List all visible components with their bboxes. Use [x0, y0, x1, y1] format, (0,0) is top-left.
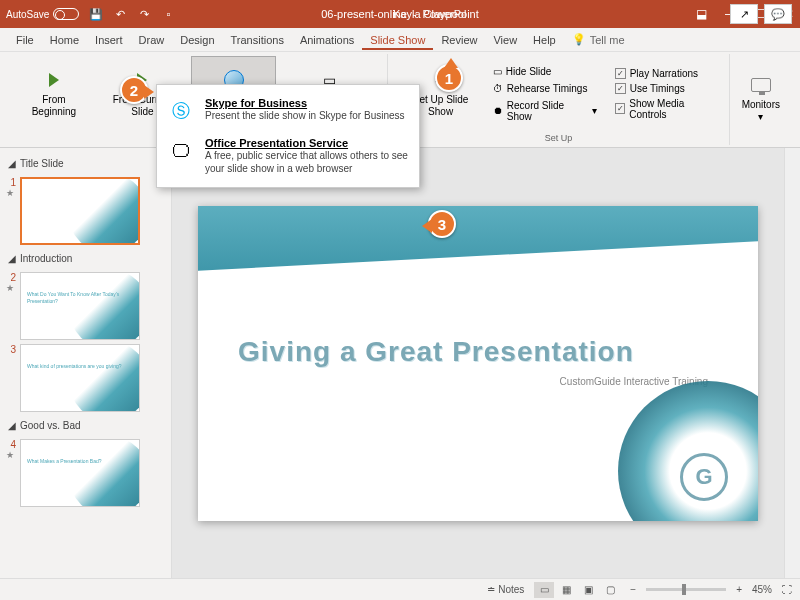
- slideshow-view-button[interactable]: ▢: [600, 582, 620, 598]
- zoom-slider[interactable]: [646, 588, 726, 591]
- play-narrations-checkbox[interactable]: ✓Play Narrations: [613, 67, 723, 80]
- section-header[interactable]: ◢ Title Slide: [6, 154, 165, 173]
- tell-me-search[interactable]: 💡 Tell me: [572, 33, 625, 46]
- section-header[interactable]: ◢ Good vs. Bad: [6, 416, 165, 435]
- record-slide-show-button[interactable]: ⏺Record Slide Show ▾: [489, 98, 601, 124]
- from-beginning-button[interactable]: From Beginning: [14, 56, 94, 131]
- save-icon[interactable]: 💾: [89, 7, 103, 21]
- slide-thumbnail[interactable]: What Makes a Presentation Bad?: [20, 439, 140, 507]
- show-media-controls-checkbox[interactable]: ✓Show Media Controls: [613, 97, 723, 121]
- menu-bar: File Home Insert Draw Design Transitions…: [0, 28, 800, 52]
- callout-marker: 1: [435, 64, 463, 92]
- group-label: Set Up: [545, 131, 573, 143]
- use-timings-checkbox[interactable]: ✓Use Timings: [613, 82, 723, 95]
- slide-corner-graphic: [618, 381, 758, 521]
- title-bar: AutoSave 💾 ↶ ↷ ▫ 06-present-online - Pow…: [0, 0, 800, 28]
- zoom-in-button[interactable]: +: [736, 584, 742, 595]
- play-icon: [49, 73, 59, 87]
- share-button[interactable]: ↗: [730, 4, 758, 24]
- redo-icon[interactable]: ↷: [137, 7, 151, 21]
- office-presentation-service-option[interactable]: 🖵 Office Presentation Service A free, pu…: [157, 131, 419, 181]
- tab-insert[interactable]: Insert: [87, 30, 131, 50]
- tab-animations[interactable]: Animations: [292, 30, 362, 50]
- slide-title[interactable]: Giving a Great Presentation: [238, 336, 634, 368]
- callout-marker: 3: [428, 210, 456, 238]
- tab-review[interactable]: Review: [433, 30, 485, 50]
- monitor-icon: [751, 78, 771, 92]
- slide-thumbnails-panel[interactable]: ◢ Title Slide 1★ ◢ Introduction 2★ What …: [0, 148, 172, 578]
- presentation-service-icon: 🖵: [167, 137, 195, 165]
- section-header[interactable]: ◢ Introduction: [6, 249, 165, 268]
- zoom-out-button[interactable]: −: [630, 584, 636, 595]
- skype-icon: Ⓢ: [167, 97, 195, 125]
- slide-sorter-view-button[interactable]: ▦: [556, 582, 576, 598]
- tab-file[interactable]: File: [8, 30, 42, 50]
- notes-button[interactable]: ≐ Notes: [487, 584, 524, 595]
- current-slide[interactable]: Giving a Great Presentation CustomGuide …: [198, 206, 758, 521]
- autosave-toggle[interactable]: AutoSave: [6, 8, 79, 20]
- undo-icon[interactable]: ↶: [113, 7, 127, 21]
- present-online-dropdown: Ⓢ Skype for Business Present the slide s…: [156, 84, 420, 188]
- status-bar: ≐ Notes ▭ ▦ ▣ ▢ − + 45% ⛶: [0, 578, 800, 600]
- tab-transitions[interactable]: Transitions: [223, 30, 292, 50]
- vertical-scrollbar[interactable]: [784, 148, 800, 578]
- monitors-button[interactable]: Monitors▾: [736, 56, 786, 141]
- callout-marker: 2: [120, 76, 148, 104]
- fit-to-window-button[interactable]: ⛶: [782, 584, 792, 595]
- skype-for-business-option[interactable]: Ⓢ Skype for Business Present the slide s…: [157, 91, 419, 131]
- zoom-level[interactable]: 45%: [752, 584, 772, 595]
- reading-view-button[interactable]: ▣: [578, 582, 598, 598]
- clock-icon: ⏱: [493, 83, 503, 94]
- ribbon-options-icon[interactable]: ⬓: [696, 7, 707, 21]
- normal-view-button[interactable]: ▭: [534, 582, 554, 598]
- rehearse-timings-button[interactable]: ⏱Rehearse Timings: [489, 81, 601, 96]
- tab-view[interactable]: View: [485, 30, 525, 50]
- slide-thumbnail[interactable]: [20, 177, 140, 245]
- tab-help[interactable]: Help: [525, 30, 564, 50]
- tab-draw[interactable]: Draw: [131, 30, 173, 50]
- slide-logo: G: [680, 453, 728, 501]
- tab-home[interactable]: Home: [42, 30, 87, 50]
- start-show-icon[interactable]: ▫: [161, 7, 175, 21]
- workspace: ◢ Title Slide 1★ ◢ Introduction 2★ What …: [0, 148, 800, 578]
- comments-button[interactable]: 💬: [764, 4, 792, 24]
- slide-thumbnail[interactable]: What Do You Want To Know After Today's P…: [20, 272, 140, 340]
- tab-design[interactable]: Design: [172, 30, 222, 50]
- tab-slide-show[interactable]: Slide Show: [362, 30, 433, 50]
- record-icon: ⏺: [493, 105, 503, 116]
- hide-slide-button[interactable]: ▭Hide Slide: [489, 64, 601, 79]
- slide-header-graphic: [198, 206, 758, 274]
- slide-editor[interactable]: Giving a Great Presentation CustomGuide …: [172, 148, 784, 578]
- document-title: 06-present-online - PowerPoint: [321, 8, 479, 20]
- slide-thumbnail[interactable]: What kind of presentations are you givin…: [20, 344, 140, 412]
- hide-icon: ▭: [493, 66, 502, 77]
